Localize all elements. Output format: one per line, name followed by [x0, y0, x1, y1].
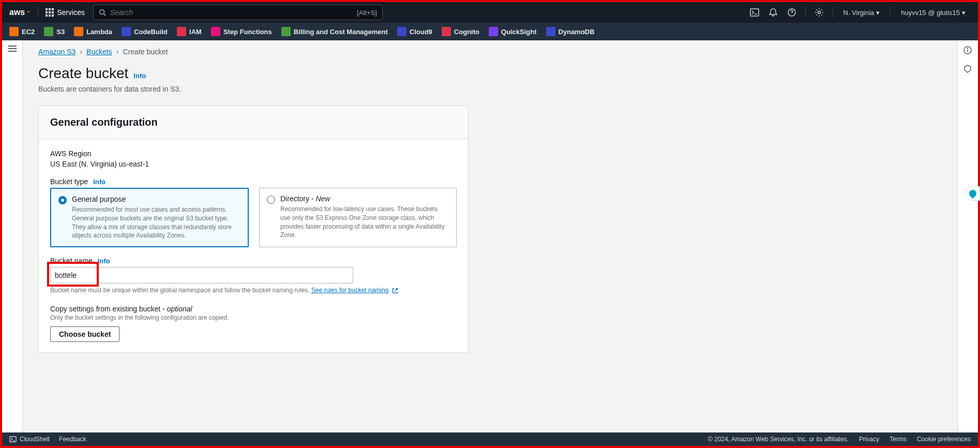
info-link[interactable]: Info [98, 257, 110, 265]
copyright: © 2024, Amazon Web Services, Inc. or its… [708, 436, 849, 443]
shortcut-label: Step Functions [223, 28, 272, 36]
svg-marker-8 [964, 65, 971, 72]
shortcut-iam[interactable]: IAM [177, 27, 202, 36]
service-icon [44, 27, 53, 36]
shortcut-label: QuickSight [501, 28, 537, 36]
radio-unselected-icon [267, 196, 275, 204]
page-description: Buckets are containers for data stored i… [38, 85, 942, 93]
chevron-right-icon: › [116, 48, 119, 56]
service-icon [281, 27, 291, 36]
shortcut-step-functions[interactable]: Step Functions [211, 27, 272, 36]
services-label: Services [57, 8, 85, 17]
divider [38, 7, 38, 18]
service-shortcuts-bar: EC2S3LambdaCodeBuildIAMStep FunctionsBil… [2, 23, 978, 40]
info-link[interactable]: Info [133, 72, 146, 80]
panel-title: General configuration [50, 116, 457, 128]
breadcrumb-link-s3[interactable]: Amazon S3 [38, 48, 76, 56]
svg-rect-2 [750, 9, 759, 16]
shortcut-label: S3 [56, 28, 65, 36]
account-menu[interactable]: huyvv15 @ glutis15▾ [896, 9, 971, 17]
shortcut-s3[interactable]: S3 [44, 27, 65, 36]
shortcut-label: CodeBuild [134, 28, 168, 36]
radio-description: Recommended for low-latency use cases. T… [280, 205, 449, 240]
notifications-icon[interactable] [765, 4, 781, 21]
region-label: AWS Region [50, 150, 457, 158]
search-icon [99, 9, 106, 16]
svg-line-1 [104, 14, 106, 16]
general-config-panel: General configuration AWS Region US East… [38, 106, 469, 353]
service-icon [442, 27, 451, 36]
bucket-type-directory[interactable]: Directory - New Recommended for low-late… [259, 188, 457, 247]
region-selector[interactable]: N. Virginia▾ [838, 9, 885, 17]
service-icon [211, 27, 220, 36]
copy-settings-label: Copy settings from existing bucket - opt… [50, 305, 457, 313]
left-rail [2, 40, 23, 432]
shortcut-cloud9[interactable]: Cloud9 [397, 27, 432, 36]
search-input[interactable] [110, 8, 353, 17]
menu-toggle-icon[interactable] [8, 46, 17, 52]
radio-title: General purpose [72, 195, 240, 203]
radio-description: Recommended for most use cases and acces… [72, 205, 240, 240]
breadcrumb-link-buckets[interactable]: Buckets [86, 48, 112, 56]
top-nav: aws⌣ Services [Alt+S] N. Virginia▾ [2, 2, 978, 23]
radio-title: Directory - New [280, 195, 449, 203]
choose-bucket-button[interactable]: Choose bucket [50, 326, 119, 342]
shortcut-billing-and-cost-management[interactable]: Billing and Cost Management [281, 27, 388, 36]
service-icon [177, 27, 186, 36]
svg-point-4 [818, 11, 820, 14]
shortcut-label: Cloud9 [410, 28, 432, 36]
shortcut-dynamodb[interactable]: DynamoDB [546, 27, 595, 36]
security-panel-icon[interactable] [963, 64, 973, 74]
aws-logo[interactable]: aws⌣ [9, 8, 31, 17]
service-icon [9, 27, 19, 36]
shortcut-label: DynamoDB [559, 28, 595, 36]
right-rail [957, 40, 978, 432]
cloudshell-icon[interactable] [746, 4, 763, 21]
shortcut-cognito[interactable]: Cognito [442, 27, 479, 36]
service-icon [489, 27, 498, 36]
shortcut-label: Billing and Cost Management [294, 28, 388, 36]
service-icon [546, 27, 555, 36]
svg-point-7 [967, 48, 968, 49]
shortcut-quicksight[interactable]: QuickSight [489, 27, 537, 36]
copy-settings-help: Only the bucket settings in the followin… [50, 314, 457, 321]
cloudshell-button[interactable]: CloudShell [9, 436, 50, 443]
grid-icon [46, 8, 54, 17]
settings-icon[interactable] [811, 4, 827, 21]
shortcut-label: IAM [189, 28, 202, 36]
help-icon[interactable] [783, 4, 800, 21]
bucket-type-label: Bucket type [50, 177, 88, 186]
bucket-type-general-purpose[interactable]: General purpose Recommended for most use… [50, 188, 249, 247]
breadcrumb-current: Create bucket [123, 48, 168, 56]
services-menu[interactable]: Services [46, 8, 85, 17]
shortcut-codebuild[interactable]: CodeBuild [122, 27, 168, 36]
info-link[interactable]: Info [93, 178, 105, 186]
terms-link[interactable]: Terms [889, 436, 907, 443]
region-value: US East (N. Virginia) us-east-1 [50, 160, 457, 168]
bucket-naming-rules-link[interactable]: See rules for bucket naming [311, 287, 388, 294]
service-icon [74, 27, 83, 36]
bucket-name-help: Bucket name must be unique within the gl… [50, 287, 457, 294]
shortcut-lambda[interactable]: Lambda [74, 27, 112, 36]
service-icon [122, 27, 131, 36]
privacy-link[interactable]: Privacy [859, 436, 879, 443]
chevron-right-icon: › [80, 48, 82, 56]
info-panel-icon[interactable] [963, 46, 973, 56]
shortcut-ec2[interactable]: EC2 [9, 27, 35, 36]
search-box[interactable]: [Alt+S] [93, 5, 383, 20]
service-icon [397, 27, 406, 36]
svg-point-0 [100, 10, 104, 14]
assistant-badge[interactable] [966, 186, 980, 201]
shortcut-label: EC2 [22, 28, 35, 36]
feedback-link[interactable]: Feedback [59, 436, 86, 443]
shortcut-label: Lambda [86, 28, 112, 36]
bucket-name-input[interactable] [50, 267, 353, 283]
cookie-preferences-link[interactable]: Cookie preferences [917, 436, 971, 443]
breadcrumb: Amazon S3 › Buckets › Create bucket [38, 48, 942, 56]
shortcut-label: Cognito [454, 28, 479, 36]
external-link-icon [391, 287, 399, 294]
radio-selected-icon [58, 196, 67, 204]
footer-bar: CloudShell Feedback © 2024, Amazon Web S… [2, 432, 978, 446]
main-content: Amazon S3 › Buckets › Create bucket Crea… [23, 40, 957, 432]
search-shortcut: [Alt+S] [357, 9, 377, 17]
